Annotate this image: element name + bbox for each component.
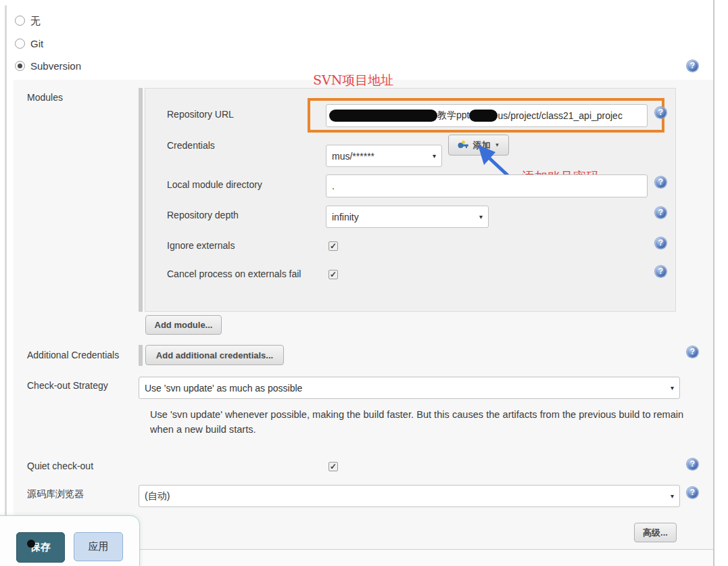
local-module-directory-label: Local module directory xyxy=(167,179,262,190)
annotation-svn-url: SVN项目地址 xyxy=(313,72,393,89)
cancel-on-externals-fail-checkbox[interactable]: ✓ xyxy=(329,270,338,279)
repository-browser-select[interactable]: (自动) ▾ xyxy=(139,485,680,507)
help-icon-repository-browser[interactable]: ? xyxy=(687,487,698,498)
page-right-edge xyxy=(713,0,714,566)
add-module-button[interactable]: Add module... xyxy=(145,315,222,335)
checkout-strategy-select[interactable]: Use 'svn update' as much as possible ▾ xyxy=(139,377,680,399)
mouse-cursor-dot xyxy=(27,540,35,548)
help-icon-subversion[interactable]: ? xyxy=(687,60,698,72)
radio-label-git: Git xyxy=(30,38,43,49)
local-module-directory-value: . xyxy=(332,181,335,191)
repository-depth-label: Repository depth xyxy=(167,210,239,220)
chevron-down-icon: ▾ xyxy=(479,213,483,220)
credentials-select[interactable]: mus/****** ▾ xyxy=(326,145,442,167)
repository-depth-select[interactable]: infinity ▾ xyxy=(326,206,489,228)
radio-scm-git[interactable] xyxy=(15,39,25,49)
help-icon-local-module-directory[interactable]: ? xyxy=(655,176,666,188)
help-icon-cancel-on-externals-fail[interactable]: ? xyxy=(655,266,666,277)
chevron-down-icon: ▾ xyxy=(671,384,674,392)
credentials-label: Credentials xyxy=(167,140,215,151)
repository-url-label: Repository URL xyxy=(167,109,234,120)
credentials-value: mus/****** xyxy=(332,151,374,162)
save-button[interactable]: 保存 xyxy=(16,532,65,563)
help-icon-quiet-checkout[interactable]: ? xyxy=(687,458,698,470)
repository-browser-label: 源码库浏览器 xyxy=(27,488,84,500)
help-icon-ignore-externals[interactable]: ? xyxy=(655,237,666,249)
checkout-strategy-value: Use 'svn update' as much as possible xyxy=(145,383,302,394)
repository-depth-value: infinity xyxy=(332,212,359,222)
modules-label: Modules xyxy=(27,92,63,103)
additional-credentials-drag-handle xyxy=(139,345,143,366)
module-drag-handle xyxy=(139,88,143,312)
scm-config-page: 无 Git Subversion ? SVN项目地址 Modules Repos… xyxy=(0,0,728,566)
left-edge-strip xyxy=(5,5,7,566)
ignore-externals-checkbox[interactable]: ✓ xyxy=(329,241,338,251)
radio-scm-subversion[interactable] xyxy=(15,61,25,71)
key-icon xyxy=(458,141,469,149)
chevron-down-icon: ▾ xyxy=(671,492,674,500)
quiet-checkout-checkbox[interactable]: ✓ xyxy=(329,462,338,471)
radio-label-none: 无 xyxy=(30,15,41,28)
apply-button[interactable]: 应用 xyxy=(74,532,123,561)
checkout-strategy-label: Check-out Strategy xyxy=(27,380,108,391)
ignore-externals-label: Ignore externals xyxy=(167,240,235,251)
add-additional-credentials-button[interactable]: Add additional credentials... xyxy=(145,345,284,365)
advanced-button[interactable]: 高级... xyxy=(634,523,677,542)
cancel-on-externals-fail-label: Cancel process on externals fail xyxy=(167,268,301,279)
help-icon-repository-depth[interactable]: ? xyxy=(655,207,666,218)
radio-label-subversion: Subversion xyxy=(30,60,81,72)
radio-scm-none[interactable] xyxy=(15,16,25,26)
help-icon-additional-credentials[interactable]: ? xyxy=(687,346,698,358)
highlight-box-annotation xyxy=(308,98,664,133)
chevron-down-icon: ▾ xyxy=(433,152,436,160)
help-icon-repository-url[interactable]: ? xyxy=(655,107,666,118)
additional-credentials-label: Additional Credentials xyxy=(27,350,119,360)
checkout-strategy-description: Use 'svn update' whenever possible, maki… xyxy=(150,408,685,438)
repository-browser-value: (自动) xyxy=(145,490,170,502)
local-module-directory-input[interactable]: . xyxy=(326,174,648,197)
quiet-checkout-label: Quiet check-out xyxy=(27,461,93,471)
